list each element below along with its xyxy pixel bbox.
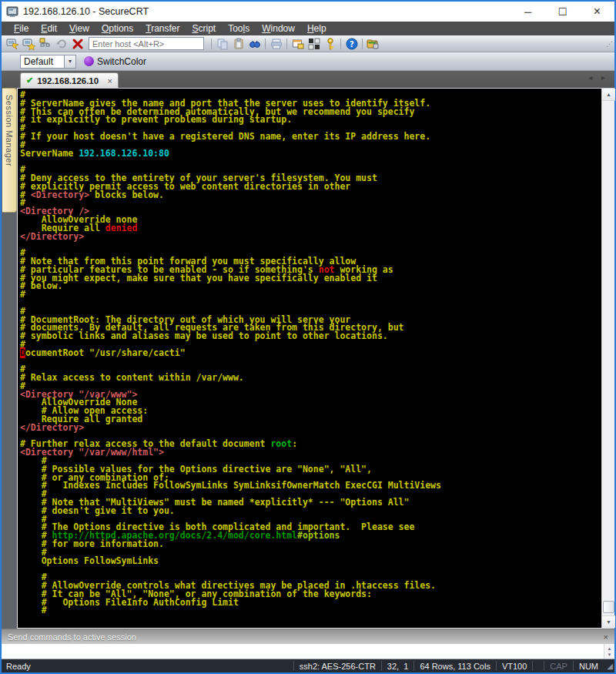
- secure-folder-icon[interactable]: [365, 36, 381, 52]
- terminal-line: # doesn't give it to you.: [20, 507, 601, 515]
- copy-icon: [214, 36, 230, 52]
- status-segment: 64 Rows, 113 Cols: [413, 661, 496, 671]
- terminal-line: Require all granted: [20, 415, 601, 424]
- terminal-line: # symbolic links and aliases may be used…: [20, 332, 601, 340]
- menu-view[interactable]: View: [63, 22, 95, 35]
- vertical-scrollbar[interactable]: ▲ ▼: [601, 89, 614, 628]
- menu-window[interactable]: Window: [256, 22, 301, 35]
- terminal-line: Options FollowSymLinks: [20, 557, 601, 565]
- tab-scroll-left-icon[interactable]: ◄: [587, 74, 594, 82]
- status-ready: Ready: [2, 662, 293, 671]
- terminal-line: Require all denied: [20, 224, 601, 233]
- menu-help[interactable]: Help: [301, 22, 333, 35]
- session-tab-label: 192.168.126.10: [37, 76, 99, 86]
- command-input[interactable]: [2, 644, 604, 659]
- tab-scroll-controls: ◄ ►: [587, 74, 607, 82]
- terminal-line: # Indexes Includes FollowSymLinks SymLin…: [20, 481, 601, 490]
- find-icon[interactable]: [246, 36, 263, 52]
- toolbar-separator: [362, 39, 363, 49]
- terminal-line: <Directory "/var/www/html">: [20, 448, 601, 457]
- maximize-button[interactable]: ☐: [545, 2, 580, 22]
- menu-options[interactable]: Options: [95, 22, 139, 35]
- main-toolbar: ? ⋰: [2, 35, 614, 52]
- host-input[interactable]: [89, 37, 204, 50]
- resize-grip-icon[interactable]: ◢: [604, 662, 614, 670]
- print-icon: [268, 36, 284, 52]
- app-icon: [6, 5, 18, 18]
- session-options-icon[interactable]: [290, 36, 306, 52]
- toolbar-separator: [265, 39, 266, 49]
- command-bar-label: Send commands to active session: [8, 632, 136, 642]
- status-segment: [532, 661, 544, 671]
- window-title: 192.168.126.10 - SecureCRT: [23, 6, 149, 17]
- terminal-line: [20, 157, 601, 166]
- menu-edit[interactable]: Edit: [35, 22, 63, 35]
- session-manager-tab[interactable]: Session Manager: [2, 88, 17, 213]
- session-manager-strip: Session Manager: [2, 88, 17, 629]
- menu-bar: FileEditViewOptionsTransferScriptToolsWi…: [2, 22, 614, 35]
- reconnect-icon: [53, 36, 69, 52]
- status-segment: VT100: [496, 661, 532, 671]
- quick-connect-icon[interactable]: [5, 36, 21, 52]
- tab-close-icon[interactable]: ×: [108, 76, 112, 86]
- status-segment: NUM: [573, 661, 604, 671]
- chevron-down-icon[interactable]: ▾: [65, 55, 76, 69]
- terminal-screen[interactable]: ## ServerName gives the name and port th…: [18, 89, 601, 628]
- connect-icon[interactable]: [21, 36, 37, 52]
- terminal-line: # Options FileInfo AuthConfig Limit: [20, 599, 601, 607]
- toolbar-separator: [340, 39, 341, 49]
- menu-tools[interactable]: Tools: [222, 22, 256, 35]
- terminal-line: # you might expect, make sure that you h…: [20, 274, 601, 283]
- session-tab[interactable]: ✔ 192.168.126.10 ×: [20, 72, 119, 88]
- key-agent-icon[interactable]: [322, 36, 338, 52]
- terminal-line: #: [20, 606, 601, 615]
- terminal-line: # Relax access to content within /var/ww…: [20, 374, 601, 382]
- securecrt-window: 192.168.126.10 - SecureCRT ─ ☐ × FileEdi…: [0, 0, 616, 674]
- terminal-line: </Directory>: [20, 424, 601, 432]
- terminal-line: DocumentRoot "/usr/share/cacti": [20, 349, 601, 357]
- command-history-spinner[interactable]: ▲ ▼: [604, 644, 614, 659]
- help-icon[interactable]: ?: [343, 36, 360, 52]
- keyword-highlight-icon[interactable]: [306, 36, 322, 52]
- firewall-dropdown[interactable]: Default ▾: [20, 55, 76, 69]
- tab-scroll-right-icon[interactable]: ►: [600, 74, 607, 82]
- session-manager-label: Session Manager: [5, 95, 14, 166]
- menu-script[interactable]: Script: [186, 22, 223, 35]
- command-bar-header: Send commands to active session ×: [2, 629, 614, 644]
- status-bar: Ready ssh2: AES-256-CTR32, 164 Rows, 113…: [2, 659, 614, 672]
- scroll-up-icon[interactable]: ▲: [602, 89, 615, 101]
- status-segment: 32, 1: [381, 661, 414, 671]
- toolbar-separator: [211, 39, 212, 49]
- terminal-line: # it explicitly to prevent problems duri…: [20, 116, 601, 124]
- paste-icon: [230, 36, 246, 52]
- spin-down-icon[interactable]: ▼: [608, 652, 612, 657]
- terminal-line: [20, 565, 601, 573]
- terminal-line: #: [20, 290, 601, 299]
- terminal-line: #: [20, 199, 601, 207]
- disconnect-icon[interactable]: [69, 36, 85, 52]
- minimize-button[interactable]: ─: [511, 2, 545, 22]
- terminal-line: </Directory>: [20, 233, 601, 241]
- switchcolor-button[interactable]: SwitchColor: [84, 56, 146, 67]
- terminal-frame: ## ServerName gives the name and port th…: [17, 88, 614, 629]
- main-area: Session Manager ## ServerName gives the …: [2, 88, 614, 629]
- menu-file[interactable]: File: [8, 22, 35, 35]
- menu-transfer[interactable]: Transfer: [139, 22, 186, 35]
- terminal-line: # for more information.: [20, 540, 601, 548]
- terminal-line: # below.: [20, 282, 601, 290]
- terminal-line: [20, 299, 601, 307]
- scroll-down-icon[interactable]: ▼: [602, 615, 615, 628]
- connected-check-icon: ✔: [26, 75, 33, 86]
- terminal-line: ServerName 192.168.126.10:80: [20, 149, 601, 158]
- terminal-line: [20, 357, 601, 366]
- connect-in-tab-icon[interactable]: [37, 36, 53, 52]
- tab-bar: ✔ 192.168.126.10 × ◄ ►: [2, 71, 614, 88]
- close-button[interactable]: ×: [580, 2, 614, 22]
- command-bar-close-icon[interactable]: ×: [604, 632, 608, 642]
- svg-text:?: ?: [350, 40, 354, 49]
- firewall-dropdown-value[interactable]: Default: [20, 55, 65, 69]
- spin-up-icon[interactable]: ▲: [608, 646, 612, 651]
- scrollbar-thumb[interactable]: [603, 601, 614, 613]
- terminal-line: # If your host doesn't have a registered…: [20, 132, 601, 141]
- status-segment: ssh2: AES-256-CTR: [293, 661, 381, 671]
